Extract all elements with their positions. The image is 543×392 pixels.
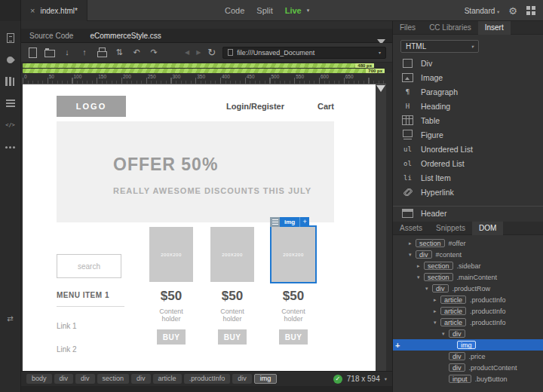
tag-selector-chip[interactable]: div	[54, 374, 74, 384]
insert-item-image[interactable]: Image	[393, 70, 543, 84]
dom-tag-chip[interactable]: section	[424, 262, 453, 270]
canvas-scroll-gutter[interactable]	[376, 84, 386, 371]
insert-item-header[interactable]: Header	[393, 206, 543, 220]
disclosure-arrow-icon[interactable]: ▾	[425, 286, 432, 292]
dom-tag-chip[interactable]: div	[416, 250, 432, 259]
product-image-placeholder[interactable]: 200X200	[272, 227, 315, 282]
dom-tag-chip[interactable]: section	[424, 273, 453, 281]
snippets-icon[interactable]	[5, 119, 17, 131]
login-register-link[interactable]: Login/Register	[226, 102, 284, 111]
back-icon[interactable]: ◀	[185, 49, 189, 56]
menu-link[interactable]: Link 1	[57, 322, 124, 330]
disclosure-arrow-icon[interactable]: ▾	[417, 274, 424, 280]
address-chevron-icon[interactable]: ▾	[379, 50, 381, 55]
dom-tree-row[interactable]: ▾ div .productRow	[393, 283, 543, 294]
buy-button[interactable]: BUY	[279, 329, 308, 345]
sync-icon[interactable]: ⇅	[114, 47, 124, 58]
refresh-icon[interactable]: ↻	[207, 47, 216, 57]
tab-assets[interactable]: Assets	[393, 222, 429, 235]
search-input[interactable]: search	[57, 254, 121, 278]
tab-insert[interactable]: Insert	[478, 21, 511, 35]
dom-tag-chip[interactable]: input	[449, 375, 471, 383]
dom-tree-row[interactable]: input .buyButton	[393, 373, 543, 384]
dom-tree-row[interactable]: ▾ div #content	[393, 249, 543, 260]
disclosure-arrow-icon[interactable]: ▾	[409, 252, 416, 258]
insert-item-figure[interactable]: Figure	[393, 127, 543, 142]
media-query-handle-icon[interactable]	[376, 85, 385, 92]
dom-tag-chip[interactable]: div	[449, 329, 465, 338]
viewport-size[interactable]: 718 x 594	[347, 375, 380, 383]
menu-link[interactable]: Link 2	[57, 345, 124, 354]
dom-tree-row[interactable]: ▾ div	[393, 328, 543, 339]
settings-gear-icon[interactable]: ⚙	[508, 6, 517, 16]
tag-selector-chip[interactable]: div	[232, 374, 252, 384]
live-view-chevron-icon[interactable]: ▾	[307, 8, 310, 14]
disclosure-arrow-icon[interactable]: ▸	[417, 263, 424, 269]
disclosure-arrow-icon[interactable]: ▾	[434, 320, 440, 326]
workspace-switcher[interactable]: Standard ▾	[465, 7, 500, 15]
dom-tree-row[interactable]: ▸ section .sidebar	[393, 260, 543, 271]
files-icon[interactable]	[5, 32, 17, 44]
ink-styles-icon[interactable]	[5, 54, 17, 66]
tag-selector-chip[interactable]: .productInfo	[184, 374, 231, 384]
dom-tag-chip[interactable]: div	[432, 284, 449, 292]
dom-tag-chip[interactable]: img	[457, 341, 476, 349]
media-query-480[interactable]: 480 px	[23, 63, 374, 68]
cart-link[interactable]: Cart	[318, 102, 334, 111]
disclosure-arrow-icon[interactable]: ▾	[442, 331, 449, 337]
layout-grid-icon[interactable]	[526, 6, 535, 15]
dom-tree-row[interactable]: ▾ section .mainContent	[393, 271, 543, 283]
address-bar[interactable]: file:///Unsaved_Document ▾	[222, 47, 386, 59]
dom-tree-row[interactable]: + img	[393, 339, 543, 351]
tab-files[interactable]: Files	[393, 21, 422, 35]
selected-element-tag[interactable]: img	[280, 217, 299, 227]
buy-button[interactable]: BUY	[157, 329, 186, 345]
dom-tree-row[interactable]: ▸ section #offer	[393, 237, 543, 249]
product-card[interactable]: img + 200X200 $50 Content holder BUY	[272, 227, 315, 354]
insert-item-div[interactable]: Div	[393, 56, 543, 70]
related-file-source-code[interactable]: Source Code	[21, 29, 81, 43]
redo-icon[interactable]: ↷	[149, 47, 159, 58]
product-card[interactable]: 200X200 $50 Content holder BUY	[149, 227, 193, 354]
dom-tag-chip[interactable]: article	[440, 318, 466, 326]
insert-item-table[interactable]: Table	[393, 113, 543, 127]
element-menu-icon[interactable]	[270, 217, 280, 227]
tag-selector-chip[interactable]: div	[131, 374, 151, 384]
live-view-button[interactable]: Live	[285, 6, 302, 15]
tab-snippets[interactable]: Snippets	[429, 222, 472, 235]
dom-tag-chip[interactable]: section	[416, 239, 445, 247]
dom-tag-chip[interactable]: article	[440, 296, 466, 304]
insert-item-list-item[interactable]: li List Item	[393, 170, 543, 185]
tag-selector-chip[interactable]: img	[254, 374, 278, 384]
dom-tree-row[interactable]: div .productContent	[393, 362, 543, 373]
related-file-stylesheet[interactable]: eCommerceStyle.css	[81, 29, 169, 43]
insert-item-heading[interactable]: H Heading	[393, 99, 543, 113]
product-image-placeholder[interactable]: 200X200	[149, 227, 193, 282]
dom-tag-chip[interactable]: article	[440, 307, 466, 315]
dom-tree-row[interactable]: div .price	[393, 351, 543, 362]
product-image-placeholder[interactable]: 200X200	[210, 227, 254, 282]
dom-tree-row[interactable]: ▾ article .productInfo	[393, 317, 543, 328]
dom-tag-chip[interactable]: div	[449, 363, 465, 372]
dom-add-icon[interactable]: +	[395, 341, 400, 350]
open-file-icon[interactable]	[44, 47, 55, 58]
tag-selector-chip[interactable]: div	[75, 374, 95, 384]
tab-cc-libraries[interactable]: CC Libraries	[422, 21, 478, 35]
swap-views-icon[interactable]	[5, 312, 17, 324]
get-file-icon[interactable]: ↓	[62, 47, 72, 58]
more-tools-icon[interactable]	[5, 141, 17, 153]
close-tab-icon[interactable]: ×	[30, 6, 35, 15]
tab-dom[interactable]: DOM	[472, 222, 503, 235]
print-icon[interactable]	[97, 47, 107, 58]
insert-item-paragraph[interactable]: ¶ Paragraph	[393, 84, 543, 99]
dom-tag-chip[interactable]: div	[449, 352, 465, 360]
undo-icon[interactable]: ↶	[131, 47, 142, 58]
add-element-button[interactable]: +	[299, 217, 309, 227]
tag-selector-chip[interactable]: body	[26, 374, 52, 384]
tag-selector-chip[interactable]: article	[153, 374, 182, 384]
media-query-bar[interactable]: 480 px 700 px	[21, 63, 392, 73]
live-view-canvas[interactable]: LOGO Login/Register Cart OFFER 50% REALL…	[23, 84, 376, 371]
dom-tree-row[interactable]: ▸ article .productInfo	[393, 294, 543, 305]
code-view-button[interactable]: Code	[225, 6, 244, 15]
lint-ok-icon[interactable]: ✓	[333, 375, 342, 384]
